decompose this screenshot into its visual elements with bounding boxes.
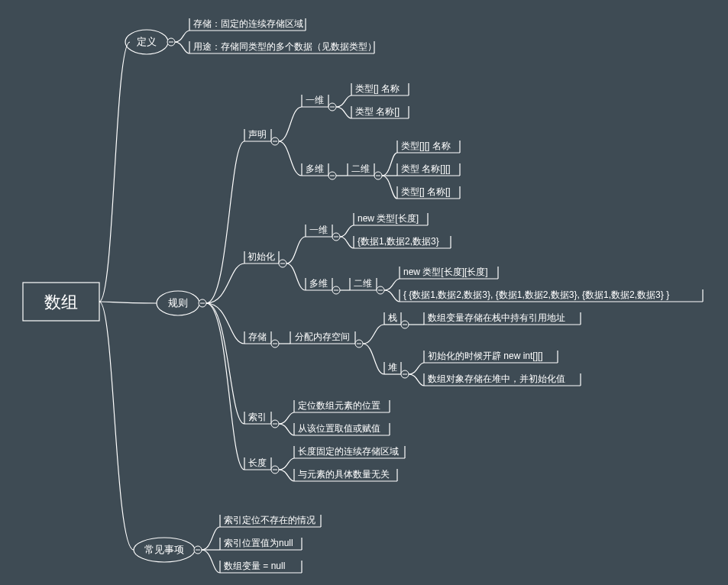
leaf: 定位数组元素的位置 (294, 400, 390, 412)
svg-text:与元素的具体数量无关: 与元素的具体数量无关 (298, 469, 390, 480)
edge (382, 176, 397, 199)
leaf: 数组对象存储在堆中，并初始化值 (424, 373, 581, 386)
svg-text:二维: 二维 (351, 163, 370, 174)
svg-text:多维: 多维 (306, 163, 324, 174)
svg-text:从该位置取值或赋值: 从该位置取值或赋值 (298, 423, 380, 434)
node-decl-1d: 一维 (302, 95, 328, 107)
svg-text:长度: 长度 (248, 457, 267, 468)
svg-text:二维: 二维 (354, 278, 372, 289)
edge (363, 344, 384, 374)
svg-text:类型 名称[][]: 类型 名称[][] (401, 163, 451, 174)
edge (286, 237, 306, 263)
leaf: new 类型[长度][长度] (400, 267, 498, 279)
root-label: 数组 (44, 292, 78, 312)
edge (206, 303, 244, 344)
svg-text:长度固定的连续存储区域: 长度固定的连续存储区域 (298, 446, 399, 457)
edge (206, 303, 244, 470)
common-label: 常见事项 (144, 544, 184, 555)
edge (384, 290, 400, 302)
svg-text:声明: 声明 (248, 129, 267, 140)
node-length: 长度 (244, 457, 271, 470)
edge (99, 302, 157, 303)
toggle-icon[interactable] (271, 137, 279, 145)
toggle-icon[interactable] (332, 233, 340, 241)
svg-text:new 类型[长度][长度]: new 类型[长度][长度] (403, 267, 488, 277)
edge (336, 107, 351, 118)
leaf: 类型[] 名称[] (397, 186, 460, 199)
node-alloc: 分配内存空间 (290, 331, 355, 344)
node-init-2d: 二维 (350, 278, 377, 290)
edge (336, 95, 351, 107)
node-decl-md: 多维 (302, 163, 328, 176)
leaf: new 类型[长度] (354, 213, 428, 225)
svg-text:堆: 堆 (387, 362, 397, 373)
toggle-icon[interactable] (328, 172, 336, 179)
edge (175, 42, 189, 53)
toggle-icon[interactable] (199, 299, 206, 307)
leaf: 数组变量 = null (220, 561, 302, 573)
svg-text:类型 名称[]: 类型 名称[] (355, 106, 400, 117)
edge (99, 302, 134, 550)
edge (340, 225, 354, 237)
node-init: 初始化 (244, 251, 279, 263)
toggle-icon[interactable] (332, 286, 340, 294)
edge (175, 31, 189, 42)
leaf: 与元素的具体数量无关 (294, 469, 397, 481)
leaf: 长度固定的连续存储区域 (294, 446, 405, 458)
leaf: 初始化的时候开辟 new int[][] (424, 351, 558, 363)
svg-text:索引: 索引 (248, 412, 267, 422)
edge (202, 550, 220, 573)
edge (206, 263, 244, 303)
svg-text:类型[][] 名称: 类型[][] 名称 (401, 141, 451, 151)
edge (382, 153, 397, 176)
svg-text:{数据1,数据2,数据3}: {数据1,数据2,数据3} (358, 236, 439, 247)
svg-text:类型[] 名称[]: 类型[] 名称[] (401, 186, 451, 197)
svg-text:栈: 栈 (387, 312, 397, 323)
svg-text:索引定位不存在的情况: 索引定位不存在的情况 (224, 515, 315, 525)
svg-text:数组变量 = null: 数组变量 = null (224, 561, 285, 571)
svg-text:new 类型[长度]: new 类型[长度] (358, 213, 419, 224)
svg-text:数组对象存储在堆中，并初始化值: 数组对象存储在堆中，并初始化值 (428, 373, 565, 384)
leaf: 数组变量存储在栈中持有引用地址 (424, 312, 581, 325)
edge (206, 141, 244, 303)
edge (279, 470, 294, 481)
toggle-icon[interactable] (328, 103, 336, 111)
toggle-icon[interactable] (355, 340, 363, 347)
node-decl-2d: 二维 (348, 163, 374, 176)
toggle-icon[interactable] (374, 172, 382, 179)
svg-text:分配内存空间: 分配内存空间 (295, 331, 350, 342)
edge (279, 412, 294, 424)
toggle-icon[interactable] (194, 546, 202, 554)
toggle-icon[interactable] (401, 370, 409, 378)
edge (202, 527, 220, 550)
svg-text:{ {数据1,数据2,数据3}, {数据1,数据2,数据3}: { {数据1,数据2,数据3}, {数据1,数据2,数据3}, {数据1,数据2… (403, 289, 669, 300)
leaf: 从该位置取值或赋值 (294, 423, 390, 435)
node-decl: 声明 (244, 129, 271, 141)
node-stack: 栈 (384, 312, 401, 325)
edge (279, 458, 294, 470)
svg-text:初始化的时候开辟 new int[][]: 初始化的时候开辟 new int[][] (428, 351, 543, 361)
toggle-icon[interactable] (167, 38, 175, 46)
svg-text:用途：存储同类型的多个数据（见数据类型）: 用途：存储同类型的多个数据（见数据类型） (193, 41, 377, 52)
svg-text:类型[] 名称: 类型[] 名称 (355, 83, 400, 94)
rules-label: 规则 (168, 297, 188, 309)
edge (279, 424, 294, 435)
toggle-icon[interactable] (279, 260, 286, 267)
edge (409, 374, 424, 386)
svg-text:一维: 一维 (306, 95, 324, 105)
toggle-icon[interactable] (271, 340, 279, 347)
toggle-icon[interactable] (401, 321, 409, 328)
edge (384, 279, 400, 290)
toggle-icon[interactable] (377, 286, 384, 294)
leaf: 类型[][] 名称 (397, 141, 460, 153)
leaf: 索引位置值为null (220, 538, 302, 550)
leaf-def-usage: 用途：存储同类型的多个数据（见数据类型） (189, 41, 377, 53)
node-init-1d: 一维 (306, 225, 332, 237)
svg-text:存储：固定的连续存储区域: 存储：固定的连续存储区域 (193, 18, 303, 29)
toggle-icon[interactable] (271, 466, 279, 473)
leaf-def-storage: 存储：固定的连续存储区域 (189, 18, 306, 31)
toggle-icon[interactable] (271, 420, 279, 428)
node-index: 索引 (244, 412, 271, 424)
svg-text:索引位置值为null: 索引位置值为null (224, 538, 293, 548)
node-init-md: 多维 (306, 278, 332, 290)
